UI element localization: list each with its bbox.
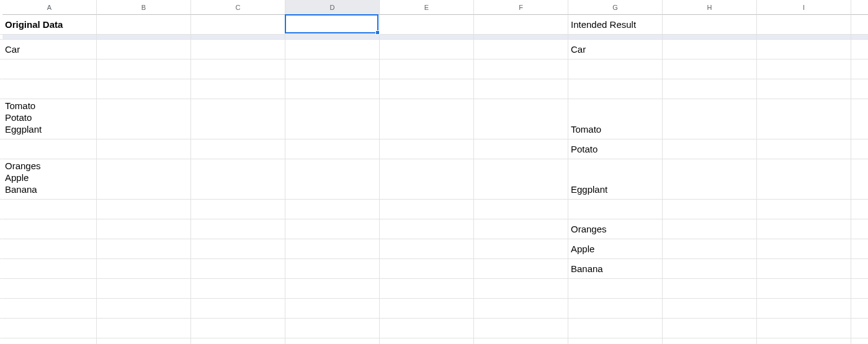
cell-A10[interactable] bbox=[2, 219, 97, 239]
cell-E12[interactable] bbox=[380, 259, 474, 279]
cell-G16[interactable] bbox=[568, 338, 663, 344]
cell-A12[interactable] bbox=[2, 259, 97, 279]
cell-H13[interactable] bbox=[663, 279, 757, 299]
cell-H14[interactable] bbox=[663, 299, 757, 319]
cell-F16[interactable] bbox=[474, 338, 568, 344]
cell-G3[interactable]: Car bbox=[568, 40, 663, 60]
cell-C15[interactable] bbox=[191, 319, 285, 338]
cell-E13[interactable] bbox=[380, 279, 474, 299]
cell-J12[interactable] bbox=[851, 259, 868, 279]
column-header-B[interactable]: B bbox=[97, 0, 191, 15]
cell-A16[interactable] bbox=[2, 338, 97, 344]
column-header-H[interactable]: H bbox=[663, 0, 757, 15]
cell-J13[interactable] bbox=[851, 279, 868, 299]
column-header-E[interactable]: E bbox=[380, 0, 474, 15]
cell-J16[interactable] bbox=[851, 338, 868, 344]
cell-A2[interactable] bbox=[2, 35, 97, 40]
cell-E11[interactable] bbox=[380, 239, 474, 259]
cell-J6[interactable] bbox=[851, 99, 868, 139]
cell-A14[interactable] bbox=[2, 299, 97, 319]
cell-I15[interactable] bbox=[757, 319, 851, 338]
cell-I14[interactable] bbox=[757, 299, 851, 319]
cell-D3[interactable] bbox=[285, 40, 380, 60]
cell-I2[interactable] bbox=[757, 35, 851, 40]
cell-E2[interactable] bbox=[380, 35, 474, 40]
cell-J2[interactable] bbox=[851, 35, 868, 40]
cell-C2[interactable] bbox=[191, 35, 285, 40]
cell-E9[interactable] bbox=[380, 200, 474, 219]
cell-F13[interactable] bbox=[474, 279, 568, 299]
cell-G10[interactable]: Oranges bbox=[568, 219, 663, 239]
cell-B4[interactable] bbox=[97, 60, 191, 79]
cell-B8[interactable] bbox=[97, 159, 191, 200]
cell-A6[interactable]: Tomato Potato Eggplant bbox=[2, 99, 97, 139]
cell-D1[interactable] bbox=[285, 15, 380, 35]
cell-A4[interactable] bbox=[2, 60, 97, 79]
cell-E14[interactable] bbox=[380, 299, 474, 319]
cell-G5[interactable] bbox=[568, 79, 663, 99]
cell-B12[interactable] bbox=[97, 259, 191, 279]
cell-B2[interactable] bbox=[97, 35, 191, 40]
cell-E3[interactable] bbox=[380, 40, 474, 60]
column-header-J[interactable] bbox=[851, 0, 868, 15]
cell-D16[interactable] bbox=[285, 338, 380, 344]
cell-E10[interactable] bbox=[380, 219, 474, 239]
cell-A13[interactable] bbox=[2, 279, 97, 299]
cell-B3[interactable] bbox=[97, 40, 191, 60]
cell-D11[interactable] bbox=[285, 239, 380, 259]
cell-H9[interactable] bbox=[663, 200, 757, 219]
cell-J10[interactable] bbox=[851, 219, 868, 239]
cell-G4[interactable] bbox=[568, 60, 663, 79]
cell-F14[interactable] bbox=[474, 299, 568, 319]
cell-D6[interactable] bbox=[285, 99, 380, 139]
cell-F12[interactable] bbox=[474, 259, 568, 279]
cell-D4[interactable] bbox=[285, 60, 380, 79]
cell-G13[interactable] bbox=[568, 279, 663, 299]
cell-J9[interactable] bbox=[851, 200, 868, 219]
cell-F7[interactable] bbox=[474, 139, 568, 159]
cell-I7[interactable] bbox=[757, 139, 851, 159]
cell-D7[interactable] bbox=[285, 139, 380, 159]
column-header-D[interactable]: D bbox=[285, 0, 380, 15]
cell-F11[interactable] bbox=[474, 239, 568, 259]
cell-A9[interactable] bbox=[2, 200, 97, 219]
cell-H7[interactable] bbox=[663, 139, 757, 159]
cell-E7[interactable] bbox=[380, 139, 474, 159]
cell-G15[interactable] bbox=[568, 319, 663, 338]
cell-H3[interactable] bbox=[663, 40, 757, 60]
cell-I13[interactable] bbox=[757, 279, 851, 299]
cell-H11[interactable] bbox=[663, 239, 757, 259]
cell-H16[interactable] bbox=[663, 338, 757, 344]
cell-C14[interactable] bbox=[191, 299, 285, 319]
cell-H15[interactable] bbox=[663, 319, 757, 338]
cell-B10[interactable] bbox=[97, 219, 191, 239]
cell-A8[interactable]: Oranges Apple Banana bbox=[2, 159, 97, 200]
cell-D12[interactable] bbox=[285, 259, 380, 279]
column-header-C[interactable]: C bbox=[191, 0, 285, 15]
cell-G1[interactable]: Intended Result bbox=[568, 15, 663, 35]
cell-C16[interactable] bbox=[191, 338, 285, 344]
cell-G9[interactable] bbox=[568, 200, 663, 219]
cell-F6[interactable] bbox=[474, 99, 568, 139]
cell-I4[interactable] bbox=[757, 60, 851, 79]
cell-I11[interactable] bbox=[757, 239, 851, 259]
column-header-I[interactable]: I bbox=[757, 0, 851, 15]
cell-I10[interactable] bbox=[757, 219, 851, 239]
cell-F2[interactable] bbox=[474, 35, 568, 40]
cell-B5[interactable] bbox=[97, 79, 191, 99]
cell-H5[interactable] bbox=[663, 79, 757, 99]
cell-A7[interactable] bbox=[2, 139, 97, 159]
cell-F1[interactable] bbox=[474, 15, 568, 35]
cell-B11[interactable] bbox=[97, 239, 191, 259]
cell-I8[interactable] bbox=[757, 159, 851, 200]
cell-D9[interactable] bbox=[285, 200, 380, 219]
cell-D8[interactable] bbox=[285, 159, 380, 200]
cell-J8[interactable] bbox=[851, 159, 868, 200]
cell-J15[interactable] bbox=[851, 319, 868, 338]
cell-J1[interactable] bbox=[851, 15, 868, 35]
cell-G2[interactable] bbox=[568, 35, 663, 40]
cell-J14[interactable] bbox=[851, 299, 868, 319]
cell-F10[interactable] bbox=[474, 219, 568, 239]
cell-E1[interactable] bbox=[380, 15, 474, 35]
cell-B14[interactable] bbox=[97, 299, 191, 319]
